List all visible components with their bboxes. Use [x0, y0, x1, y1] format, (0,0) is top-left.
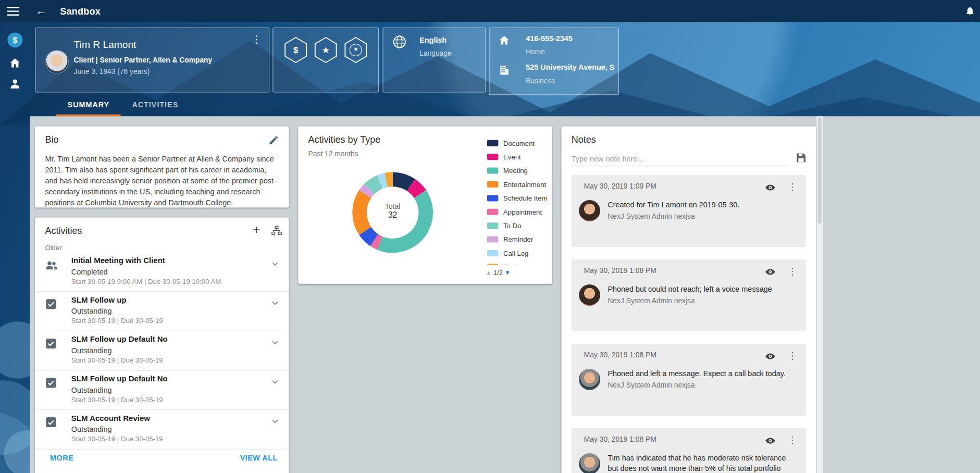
- legend-label: Call Log: [503, 250, 528, 257]
- task-icon: [45, 416, 57, 429]
- note-card: May 30, 2019 1:08 PM ⋮ Tim has indicated…: [572, 428, 806, 473]
- activities-list: Initial Meeting with Client Completed St…: [35, 253, 289, 450]
- legend-swatch: [487, 181, 499, 188]
- activity-row[interactable]: SLM Follow up Default No Outstanding Sta…: [35, 371, 289, 410]
- profile-menu-icon[interactable]: ⋮: [251, 34, 261, 44]
- activity-row[interactable]: SLM Follow up Outstanding Start 30-05-19…: [35, 292, 289, 331]
- note-menu-icon[interactable]: ⋮: [788, 266, 797, 277]
- note-menu-icon[interactable]: ⋮: [788, 434, 797, 446]
- top-app-bar: ← Sandbox: [0, 0, 980, 22]
- note-menu-icon[interactable]: ⋮: [788, 350, 797, 362]
- add-activity-icon[interactable]: +: [250, 222, 263, 237]
- activities-by-type-card: Activities by Type Past 12 months Total …: [298, 126, 552, 283]
- activity-row[interactable]: Initial Meeting with Client Completed St…: [35, 253, 289, 292]
- back-arrow-icon[interactable]: ←: [35, 6, 46, 16]
- note-body: Tim has indicated that he has moderate r…: [579, 453, 799, 473]
- language-value: English: [419, 35, 446, 44]
- dollar-hexagon-badge[interactable]: $: [283, 36, 308, 64]
- business-building-icon: [498, 65, 510, 77]
- pager-page-indicator: 1/2: [493, 269, 503, 276]
- note-author-avatar: [579, 284, 600, 306]
- contact-methods-card: 416-555-2345 Home 525 University Avenue,…: [489, 28, 619, 95]
- activity-dates: Start 30-05-19 9:00 AM | Due 30-05-19 10…: [71, 278, 221, 285]
- profile-card: Tim R Lamont Client | Senior Partner, Al…: [35, 28, 269, 93]
- contact-birthdate: June 3, 1943 (76 years): [74, 68, 150, 75]
- eye-icon[interactable]: [765, 266, 776, 278]
- more-button[interactable]: MORE: [50, 454, 73, 463]
- app-logo-dollar-icon[interactable]: $: [7, 32, 22, 47]
- activity-row[interactable]: SLM Account Review Outstanding Start 30-…: [35, 410, 289, 450]
- legend-label: Appointment: [503, 208, 542, 216]
- activities-card: Activities + Older: [35, 218, 289, 473]
- pager-down-icon[interactable]: ▼: [505, 269, 511, 276]
- scrollbar-thumb[interactable]: [818, 118, 822, 224]
- address-label: Business: [526, 77, 555, 84]
- task-icon: [45, 298, 57, 310]
- edit-pencil-icon[interactable]: [268, 135, 279, 145]
- chevron-down-icon[interactable]: [270, 416, 280, 426]
- app-root: ← Sandbox $ Tim R Lamont Client | Senior…: [0, 0, 980, 473]
- legend-pager: ▲ 1/2 ▼: [486, 269, 510, 276]
- view-all-button[interactable]: VIEW ALL: [240, 454, 278, 463]
- hierarchy-sitemap-icon[interactable]: [271, 225, 282, 235]
- legend-item: Document: [487, 136, 550, 150]
- chart-title: Activities by Type: [308, 134, 381, 144]
- tab-activities[interactable]: ACTIVITIES: [121, 95, 190, 116]
- activity-status: Completed: [71, 268, 108, 277]
- legend-item: Event: [487, 150, 550, 164]
- chevron-down-icon[interactable]: [270, 259, 280, 269]
- phone-number[interactable]: 416-555-2345: [526, 34, 573, 43]
- chevron-down-icon[interactable]: [270, 377, 280, 387]
- tab-summary[interactable]: SUMMARY: [56, 95, 121, 116]
- legend-label: To Do: [503, 222, 522, 229]
- activity-row[interactable]: SLM Follow up Default No Outstanding Sta…: [35, 331, 289, 371]
- home-nav-icon[interactable]: [9, 57, 21, 69]
- pager-up-icon[interactable]: ▲: [486, 269, 491, 276]
- note-author-avatar: [579, 200, 600, 221]
- new-note-input[interactable]: [572, 151, 789, 166]
- note-body: Created for Tim Lamont on 2019-05-30. Ne…: [579, 200, 799, 221]
- notes-title: Notes: [572, 134, 596, 144]
- legend-swatch: [487, 140, 499, 146]
- eye-icon[interactable]: [765, 182, 776, 193]
- contact-name: Tim R Lamont: [74, 40, 137, 51]
- note-author-avatar: [579, 453, 600, 473]
- notifications-bell-icon[interactable]: [965, 6, 975, 16]
- language-card[interactable]: English Language: [382, 28, 486, 93]
- content-scrollbar[interactable]: [816, 116, 823, 473]
- legend-swatch: [487, 168, 499, 174]
- hamburger-menu-icon[interactable]: [7, 7, 19, 16]
- seal-star-hexagon-badge[interactable]: ★: [343, 36, 368, 64]
- chevron-down-icon[interactable]: [270, 338, 280, 347]
- star-hexagon-badge[interactable]: ★: [313, 36, 338, 64]
- activity-title: SLM Follow up: [71, 296, 127, 305]
- eye-icon[interactable]: [765, 351, 776, 362]
- summary-content: Bio Mr. Tim Lamont has been a Senior Par…: [30, 116, 980, 473]
- legend-swatch: [487, 209, 499, 215]
- eye-icon[interactable]: [765, 435, 776, 446]
- activity-status: Outstanding: [71, 385, 112, 394]
- note-text: Created for Tim Lamont on 2019-05-30.: [607, 200, 739, 210]
- legend-swatch: [487, 264, 499, 265]
- left-sidebar: $: [0, 22, 30, 473]
- activity-title: SLM Account Review: [71, 414, 150, 422]
- task-icon: [45, 338, 57, 350]
- bio-title: Bio: [45, 134, 58, 144]
- contacts-person-icon[interactable]: [9, 78, 21, 90]
- legend-item: Reminder: [487, 232, 550, 246]
- chevron-down-icon[interactable]: [270, 298, 280, 308]
- profile-avatar: [46, 51, 68, 73]
- activity-dates: Start 30-05-19 | Due 30-05-19: [71, 396, 163, 403]
- activity-title: SLM Follow up Default No: [71, 375, 168, 383]
- save-note-icon[interactable]: [796, 153, 807, 163]
- activity-status: Outstanding: [71, 307, 112, 316]
- note-timestamp: May 30, 2019 1:08 PM: [584, 267, 656, 274]
- address-value[interactable]: 525 University Avenue, S...: [526, 63, 614, 72]
- legend-item: Call Log: [487, 246, 550, 260]
- badges-card: $ ★ ★: [272, 28, 379, 93]
- legend-item: Entertainment: [487, 178, 550, 191]
- note-menu-icon[interactable]: ⋮: [788, 181, 797, 193]
- note-card: May 30, 2019 1:09 PM ⋮ Created for Tim L…: [572, 175, 806, 247]
- note-timestamp: May 30, 2019 1:08 PM: [584, 351, 656, 358]
- contact-subtitle: Client | Senior Partner, Allen & Company: [74, 56, 213, 64]
